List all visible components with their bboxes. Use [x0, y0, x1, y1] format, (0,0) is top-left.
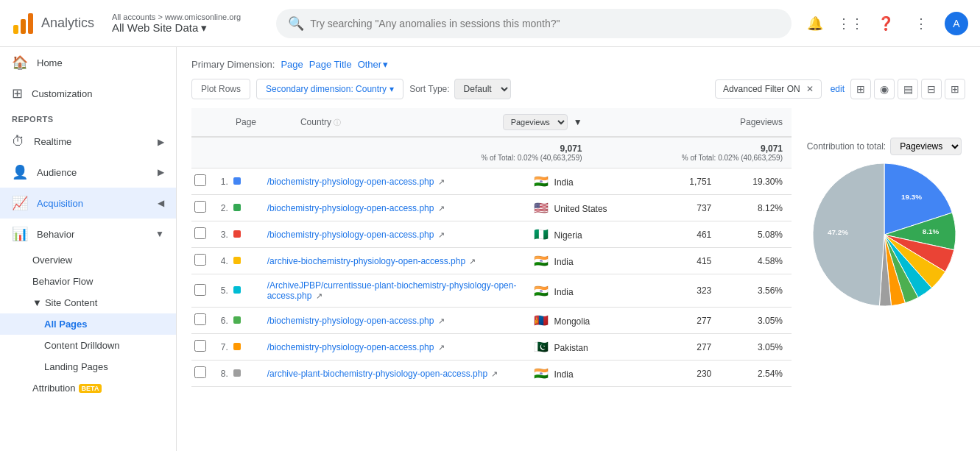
search-icon: 🔍 — [288, 15, 304, 32]
reports-section-title: REPORTS — [0, 109, 176, 127]
table-row: 1. /biochemistry-physiology-open-access.… — [191, 168, 792, 195]
pct-3: 4.58% — [720, 248, 792, 274]
table-view-icon[interactable]: ⊞ — [850, 79, 871, 99]
logo: Analytics — [12, 12, 94, 35]
sidebar-attribution[interactable]: Attribution BETA — [0, 377, 176, 399]
col-country[interactable]: Country ⓘ — [292, 108, 390, 137]
sidebar-site-content[interactable]: ▼ Site Content — [0, 292, 176, 313]
edit-link[interactable]: edit — [831, 84, 845, 94]
sidebar-landing-pages[interactable]: Landing Pages — [0, 356, 176, 377]
row-checkbox-1[interactable] — [194, 201, 206, 213]
row-color-dot-5 — [233, 316, 241, 324]
plot-rows-button[interactable]: Plot Rows — [191, 79, 250, 99]
col-pageviews-pct: Pageviews — [591, 108, 792, 137]
sidebar-customization-label: Customization — [32, 88, 92, 99]
flag-2: 🇳🇬 — [534, 228, 549, 241]
export-icon-4: ↗ — [316, 291, 322, 300]
svg-rect-2 — [28, 13, 33, 34]
sidebar-behavior-flow[interactable]: Behavior Flow — [0, 271, 176, 292]
page-link-1[interactable]: /biochemistry-physiology-open-access.php — [267, 203, 434, 213]
totals-row: 9,071 % of Total: 0.02% (40,663,259) 9,0… — [191, 137, 792, 168]
property-selector[interactable]: All Web Site Data ▾ — [112, 21, 253, 35]
page-link-2[interactable]: /biochemistry-physiology-open-access.php — [267, 230, 434, 240]
sidebar-item-audience[interactable]: 👤 Audience ▶ — [0, 157, 176, 188]
flag-0: 🇮🇳 — [534, 175, 549, 188]
header-icons: 🔔 ⋮⋮ ❓ ⋮ A — [803, 12, 968, 35]
page-link-7[interactable]: /archive-plant-biochemistry-physiology-o… — [267, 369, 487, 379]
chart-section: Contribution to total: Pageviews 19.3%8.… — [803, 108, 965, 387]
row-color-dot-7 — [233, 369, 241, 377]
flag-7: 🇮🇳 — [534, 367, 549, 380]
sidebar-item-acquisition[interactable]: 📈 Acquisition ◀ — [0, 188, 176, 219]
country-1: United States — [554, 204, 607, 214]
acquisition-expand-arrow: ◀ — [158, 198, 164, 208]
pageviews-2: 461 — [661, 221, 721, 248]
table-row: 2. /biochemistry-physiology-open-access.… — [191, 195, 792, 221]
row-num-6: 7. — [221, 342, 228, 352]
table-row: 8. /archive-plant-biochemistry-physiolog… — [191, 361, 792, 387]
row-color-dot-1 — [233, 204, 241, 211]
page-link-0[interactable]: /biochemistry-physiology-open-access.php — [267, 177, 434, 187]
page-link-5[interactable]: /biochemistry-physiology-open-access.php — [267, 316, 434, 326]
pct-5: 3.05% — [720, 308, 792, 334]
sidebar-item-realtime[interactable]: ⏱ Realtime ▶ — [0, 127, 176, 157]
avatar[interactable]: A — [945, 12, 968, 35]
row-checkbox-3[interactable] — [194, 254, 206, 266]
country-4: India — [554, 287, 574, 297]
pie-view-icon[interactable]: ◉ — [874, 79, 895, 99]
pie-chart: 19.3%8.1%47.2% — [811, 161, 958, 308]
pct-4: 3.56% — [720, 274, 792, 308]
table-chart-wrap: Page Country ⓘ Pageviews — [191, 108, 965, 387]
primary-dimension-bar: Primary Dimension: Page Page Title Other… — [191, 59, 965, 70]
sidebar-item-home[interactable]: 🏠 Home — [0, 47, 176, 78]
sidebar-audience-label: Audience — [37, 167, 77, 178]
sidebar-content-drilldown[interactable]: Content Drilldown — [0, 335, 176, 356]
row-checkbox-0[interactable] — [194, 174, 206, 186]
more-icon[interactable]: ⋮ — [909, 12, 933, 35]
other-dropdown[interactable]: Other ▾ — [358, 59, 389, 70]
site-content-expand: ▼ — [32, 297, 42, 308]
primary-dim-page-title[interactable]: Page Title — [309, 59, 352, 70]
behavior-expand-arrow: ▼ — [155, 229, 164, 239]
svg-rect-0 — [13, 25, 18, 34]
pageviews-3: 415 — [661, 248, 721, 274]
sort-select[interactable]: Default — [454, 79, 511, 99]
page-link-6[interactable]: /biochemistry-physiology-open-access.php — [267, 342, 434, 352]
row-checkbox-4[interactable] — [194, 284, 206, 296]
pivot-view-icon[interactable]: ⊞ — [945, 79, 965, 99]
export-icon-6: ↗ — [438, 343, 445, 352]
row-checkbox-5[interactable] — [194, 313, 206, 325]
col-pageviews-select[interactable]: Pageviews ▼ — [390, 108, 591, 137]
search-input[interactable] — [310, 18, 780, 29]
flag-4: 🇮🇳 — [534, 285, 549, 297]
filter-close-icon[interactable]: ✕ — [806, 84, 814, 94]
row-num-0: 1. — [221, 177, 228, 187]
primary-dim-page[interactable]: Page — [281, 59, 303, 70]
filter-text: Advanced Filter ON — [723, 84, 800, 94]
flag-6: 🇵🇰 — [534, 341, 549, 353]
bar-view-icon[interactable]: ▤ — [898, 79, 918, 99]
row-num-5: 6. — [221, 316, 228, 326]
contribution-select[interactable]: Pageviews — [890, 138, 962, 155]
sidebar-overview[interactable]: Overview — [0, 249, 176, 271]
page-link-4[interactable]: /ArchiveJPBP/currentissue-plant-biochemi… — [267, 280, 517, 301]
notifications-icon[interactable]: 🔔 — [803, 12, 827, 35]
country-7: India — [554, 369, 574, 380]
row-num-3: 4. — [221, 256, 228, 266]
pageviews-7: 230 — [661, 361, 721, 387]
search-bar[interactable]: 🔍 — [276, 9, 792, 38]
sidebar-item-behavior[interactable]: 📊 Behavior ▼ — [0, 219, 176, 249]
pageviews-select[interactable]: Pageviews — [503, 114, 568, 130]
sidebar-item-customization[interactable]: ⊞ Customization — [0, 78, 176, 109]
sidebar-all-pages[interactable]: All Pages — [0, 313, 176, 335]
row-checkbox-2[interactable] — [194, 227, 206, 239]
table-row: 6. /biochemistry-physiology-open-access.… — [191, 308, 792, 334]
compare-view-icon[interactable]: ⊟ — [921, 79, 942, 99]
row-checkbox-6[interactable] — [194, 340, 206, 352]
row-checkbox-7[interactable] — [194, 366, 206, 378]
help-icon[interactable]: ❓ — [874, 12, 898, 35]
page-link-3[interactable]: /archive-biochemistry-physiology-open-ac… — [267, 256, 465, 266]
secondary-dimension-button[interactable]: Secondary dimension: Country ▾ — [256, 79, 403, 99]
apps-icon[interactable]: ⋮⋮ — [839, 12, 862, 35]
total-pageviews2-sub: % of Total: 0.02% (40,663,259) — [600, 154, 783, 162]
